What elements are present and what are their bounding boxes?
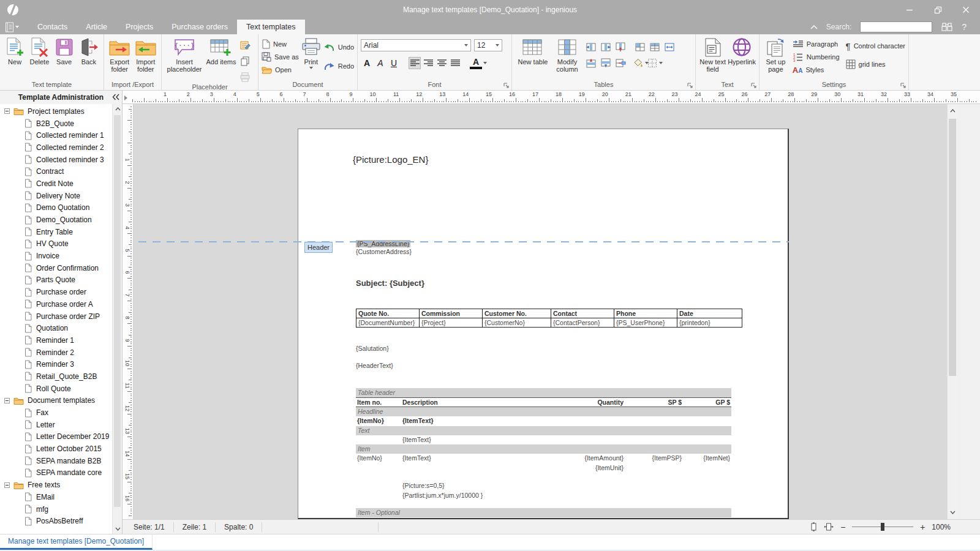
- font-color-dropdown-icon[interactable]: [483, 62, 487, 64]
- settings-dialog-launcher-icon[interactable]: [900, 83, 907, 89]
- quote-info-table[interactable]: Quote No.CommissionCustomer No.ContactPh…: [356, 309, 742, 328]
- quote-table-value-cell[interactable]: {printedon}: [677, 318, 742, 328]
- restore-button[interactable]: [924, 0, 952, 20]
- tables-dialog-launcher-icon[interactable]: [687, 83, 693, 89]
- redo-button[interactable]: Redo: [323, 61, 354, 72]
- expander-icon[interactable]: [4, 108, 10, 114]
- tree-item[interactable]: Purchase order: [0, 286, 112, 298]
- expander-icon[interactable]: [4, 398, 10, 403]
- app-menu-button[interactable]: [0, 20, 23, 34]
- scroll-down-icon[interactable]: [113, 524, 123, 534]
- delete-template-button[interactable]: Delete: [28, 36, 51, 81]
- zoom-out-button[interactable]: −: [839, 522, 846, 532]
- close-button[interactable]: [952, 0, 980, 20]
- fit-page-icon[interactable]: [809, 522, 818, 531]
- tree-item[interactable]: Collected reminder 3: [0, 154, 112, 166]
- back-button[interactable]: Back: [77, 36, 100, 81]
- document-page[interactable]: {Picture:Logo_EN} {PS_AddressLine} {Cust…: [298, 129, 789, 519]
- expander-icon[interactable]: [4, 482, 10, 488]
- customer-address-placeholder[interactable]: {CustomerAddress}: [356, 248, 412, 255]
- tree-item[interactable]: Collected reminder 2: [0, 141, 112, 154]
- doc-open-button[interactable]: Open: [262, 64, 299, 75]
- tab-projects[interactable]: Projects: [116, 20, 162, 34]
- scroll-up-icon[interactable]: [113, 104, 123, 114]
- tree-item[interactable]: Reminder 1: [0, 334, 112, 347]
- tree-item[interactable]: Quotation: [0, 322, 112, 334]
- merge-cells-button[interactable]: [614, 57, 627, 69]
- tree-folder[interactable]: Free texts: [0, 479, 112, 491]
- tree-folder[interactable]: Project templates: [0, 105, 112, 118]
- tree-item[interactable]: Entry Table: [0, 226, 112, 238]
- tab-purchase-orders[interactable]: Purchase orders: [162, 20, 237, 34]
- tree-item[interactable]: Purchase order A: [0, 298, 112, 310]
- styles-button[interactable]: AAStyles: [793, 64, 840, 75]
- item-table[interactable]: Table headerItem no.DescriptionQuantityS…: [356, 388, 731, 519]
- scroll-down-icon[interactable]: [948, 508, 957, 517]
- editor-canvas[interactable]: {Picture:Logo_EN} {PS_AddressLine} {Cust…: [134, 104, 947, 519]
- doc-new-button[interactable]: New: [262, 39, 299, 50]
- new-template-button[interactable]: New: [3, 36, 26, 81]
- align-right-button[interactable]: [422, 57, 434, 69]
- text-dialog-launcher-icon[interactable]: [751, 83, 757, 89]
- salutation-placeholder[interactable]: {Salutation}: [356, 345, 389, 352]
- sidebar-scrollbar[interactable]: [112, 104, 122, 534]
- tree-item[interactable]: B2B_Quote: [0, 118, 112, 130]
- font-size-select[interactable]: 12: [474, 39, 502, 51]
- tab-contacts[interactable]: Contacts: [28, 20, 77, 34]
- align-center-button[interactable]: [435, 57, 448, 69]
- copy-button[interactable]: [238, 55, 252, 67]
- export-folder-button[interactable]: Export folder: [107, 36, 132, 81]
- font-family-select[interactable]: Arial: [361, 39, 471, 51]
- binoculars-icon[interactable]: [941, 22, 953, 32]
- fit-width-icon[interactable]: [824, 522, 834, 531]
- edit-note-button[interactable]: [238, 39, 252, 51]
- printer-icon[interactable]: [238, 71, 252, 83]
- tree-item[interactable]: SEPA mandate core: [0, 467, 112, 479]
- set-up-page-button[interactable]: Set up page: [763, 36, 789, 81]
- save-template-button[interactable]: Save: [53, 36, 76, 81]
- tree-item[interactable]: EMail: [0, 491, 112, 503]
- insert-column-left-button[interactable]: [584, 41, 598, 53]
- header-text-placeholder[interactable]: {HeaderText}: [356, 362, 393, 369]
- tree-item[interactable]: Roll Quote: [0, 383, 112, 395]
- insert-row-above-button[interactable]: [584, 57, 598, 69]
- modify-column-button[interactable]: Modify column: [552, 36, 582, 81]
- collapse-ribbon-icon[interactable]: [810, 25, 818, 29]
- tree-item[interactable]: Fax: [0, 407, 112, 419]
- header-section-badge[interactable]: Header: [304, 242, 333, 253]
- doc-save-as-button[interactable]: Save as: [262, 51, 299, 62]
- tab-article[interactable]: Article: [77, 20, 116, 34]
- quote-table-value-cell[interactable]: {PS_UserPhone}: [614, 318, 677, 328]
- hyperlink-button[interactable]: Hyperlink: [728, 36, 756, 81]
- tab-text-templates[interactable]: Text templates: [237, 20, 305, 34]
- tree-item[interactable]: Letter October 2015: [0, 443, 112, 455]
- justify-button[interactable]: [449, 57, 461, 69]
- minimize-button[interactable]: [895, 0, 924, 20]
- grid-lines-button[interactable]: grid lines: [846, 59, 905, 70]
- bold-button[interactable]: A: [361, 57, 373, 69]
- quote-table-value-cell[interactable]: {ContactPerson}: [551, 318, 614, 328]
- italic-button[interactable]: A: [374, 57, 386, 69]
- tree-item[interactable]: mfg: [0, 503, 112, 515]
- zoom-in-button[interactable]: +: [919, 522, 926, 532]
- margin-marker-icon[interactable]: [124, 96, 127, 100]
- new-text-field-button[interactable]: New text field: [699, 36, 726, 81]
- control-character-button[interactable]: ¶Control character: [846, 40, 905, 51]
- document-scrollbar[interactable]: [947, 104, 957, 519]
- align-left-button[interactable]: [409, 57, 421, 69]
- print-button[interactable]: Print: [300, 36, 322, 81]
- tree-item[interactable]: Reminder 2: [0, 347, 112, 359]
- split-column-button[interactable]: [614, 41, 627, 53]
- tree-item[interactable]: Retail_Quote_B2B: [0, 370, 112, 383]
- tree-item[interactable]: Reminder 3: [0, 358, 112, 370]
- logo-placeholder[interactable]: {Picture:Logo_EN}: [353, 154, 428, 165]
- numbering-button[interactable]: 123Numbering: [793, 51, 840, 62]
- bottom-tab-manage-text-templates[interactable]: Manage text templates [Demo_Quotation]: [0, 534, 153, 550]
- paragraph-button[interactable]: Paragraph: [793, 39, 840, 50]
- scrollbar-thumb[interactable]: [114, 115, 121, 507]
- scrollbar-thumb[interactable]: [949, 119, 956, 376]
- tree-item[interactable]: Contract: [0, 165, 112, 178]
- quote-table-value-cell[interactable]: {DocumentNumber}: [356, 318, 420, 328]
- tree-item[interactable]: Letter: [0, 419, 112, 431]
- tree-item[interactable]: PosAbsBetreff: [0, 515, 112, 527]
